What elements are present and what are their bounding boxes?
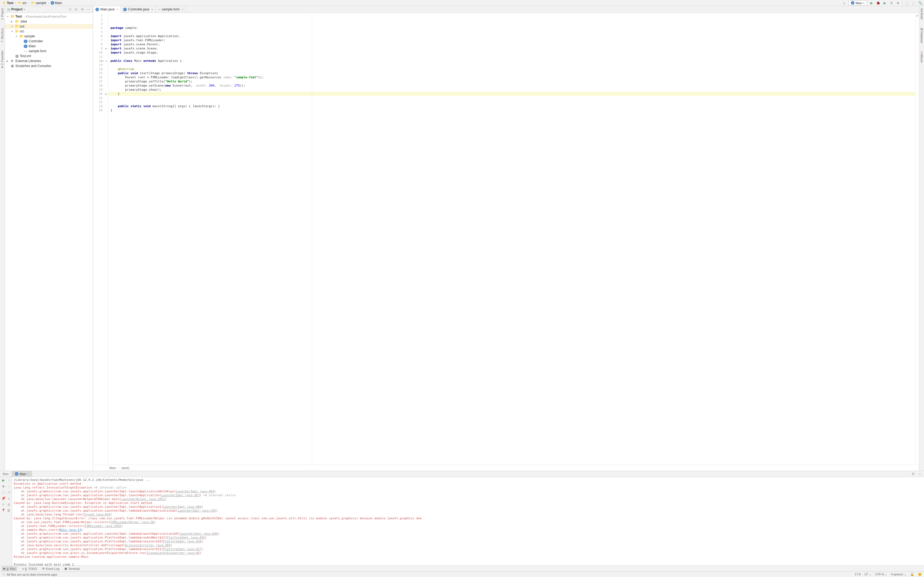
tree-arrow-icon[interactable]: ▼ (6, 15, 9, 18)
breadcrumb-item[interactable]: 📁src (17, 1, 27, 5)
line-number[interactable]: 20▶ (93, 92, 108, 96)
editor-tab[interactable]: CController.java× (121, 6, 156, 13)
tree-item[interactable]: ▼📁Test~/Downloads/JavaProjects/Test (5, 14, 93, 19)
bottom-tool-eventlog[interactable]: ◔Event Log (42, 567, 60, 571)
up-trace-icon[interactable]: ↑ (6, 477, 11, 483)
code-line[interactable]: public void start(Stage primaryStage) th… (111, 71, 913, 75)
run-line-icon[interactable]: ▶ (106, 47, 107, 50)
layout-icon[interactable]: ≡ (0, 502, 6, 507)
run-line-icon[interactable]: ▶ (106, 93, 107, 95)
breadcrumb-item[interactable]: 📁Test (2, 1, 14, 5)
code-line[interactable]: primaryStage.setTitle("Hello World"); (111, 79, 913, 84)
line-number[interactable]: 11 (93, 55, 108, 59)
line-number[interactable]: 7 (93, 38, 108, 42)
line-number[interactable]: 12o↑ ⊘ (93, 59, 108, 63)
code-line[interactable]: import javafx.stage.Stage; (111, 50, 913, 55)
tree-item[interactable]: ▼📁sample (5, 34, 93, 39)
code-line[interactable]: public static void main(String[] args) {… (111, 104, 913, 108)
code-line[interactable]: } (111, 108, 913, 112)
sidebar-tool-structure[interactable]: 7: Structure (1, 28, 4, 42)
run-config-selector[interactable]: C Main ▾ (848, 0, 867, 5)
build-icon[interactable]: ↘ (842, 1, 846, 5)
code-line[interactable]: @Override (111, 67, 913, 71)
line-number[interactable]: 16 (93, 75, 108, 79)
file-encoding[interactable]: UTF-8 ⌄ (876, 572, 887, 576)
clear-all-icon[interactable]: 🗑 (6, 508, 11, 513)
scroll-to-end-icon[interactable]: ⤓ (6, 496, 11, 501)
code-line[interactable] (111, 30, 913, 34)
profile-icon[interactable]: ◔ (889, 1, 893, 5)
line-number[interactable]: 18 (93, 84, 108, 88)
tree-arrow-icon[interactable]: ▶ (11, 20, 14, 23)
breadcrumb-method[interactable]: start() (121, 466, 129, 469)
tree-arrow-icon[interactable]: ▶ (6, 60, 9, 62)
line-number[interactable]: 14 (93, 67, 108, 71)
code-line[interactable]: primaryStage.setScene(new Scene(root, wi… (111, 84, 913, 88)
close-icon[interactable]: × (116, 8, 118, 11)
code-line[interactable]: Parent root = FXMLLoader.load(getClass()… (111, 75, 913, 79)
tree-item[interactable]: ⊞Scratches and Consoles (5, 63, 93, 68)
tree-arrow-icon[interactable]: ▼ (11, 30, 14, 33)
search-everywhere-icon[interactable]: 🔍 (918, 1, 922, 5)
indent-setting[interactable]: 4 spaces ⌄ (891, 572, 906, 576)
override-marker-icon[interactable]: o↑ ⊘ (101, 60, 107, 62)
soft-wrap-icon[interactable]: ⏎ (6, 490, 11, 495)
dropdown-arrow-icon[interactable]: ▾ (24, 8, 25, 11)
line-number[interactable]: 9▶ (93, 47, 108, 50)
down-trace-icon[interactable]: ↓ (6, 484, 11, 489)
close-icon[interactable]: × (152, 8, 153, 11)
print-icon[interactable]: 🖨 (6, 502, 11, 507)
cursor-position[interactable]: 17:6 (855, 572, 861, 576)
code-line[interactable]: primaryStage.show(); (111, 88, 913, 92)
run-with-coverage-icon[interactable]: ▶ (882, 1, 887, 5)
tree-item[interactable]: <>sample.fxml (5, 48, 93, 53)
sidebar-tool-maven[interactable]: mMaven (920, 52, 923, 63)
line-number[interactable]: 23 (93, 104, 108, 108)
tree-item[interactable]: ▶⊪External Libraries (5, 58, 93, 63)
settings-icon[interactable]: ⚙ (80, 7, 84, 11)
line-separator[interactable]: LF ⌄ (864, 572, 871, 576)
tree-arrow-icon[interactable]: ▼ (15, 35, 18, 38)
line-number[interactable]: 10 (93, 50, 108, 55)
tree-item[interactable]: ▼📁src (5, 29, 93, 34)
tree-item[interactable]: ▶📁.idea (5, 19, 93, 24)
editor-tab[interactable]: <>sample.fxml× (155, 6, 186, 13)
tree-arrow-icon[interactable]: ▼ (11, 25, 14, 28)
code-line[interactable] (111, 116, 913, 121)
run-settings-icon[interactable]: ⚙ (911, 472, 915, 476)
line-number[interactable]: 1 (93, 13, 108, 18)
code-line[interactable]: public class Main extends Application { (111, 59, 913, 63)
editor-marker-column[interactable]: ✔ (915, 13, 919, 465)
update-project-icon[interactable]: ⬚ (905, 1, 909, 5)
console-output[interactable]: /Library/Java/JavaVirtualMachines/jdk-12… (12, 477, 924, 566)
code-line[interactable]: } (108, 92, 915, 96)
breadcrumb-item[interactable]: CMain (50, 1, 63, 5)
readonly-toggle-icon[interactable]: 🔓 (910, 572, 914, 576)
tree-item[interactable]: CController (5, 39, 93, 44)
code-line[interactable]: package sample; (111, 26, 913, 30)
stop-icon[interactable]: ■ (0, 484, 6, 489)
stop-icon[interactable]: ■ (896, 1, 900, 5)
editor-gutter[interactable]: 123456789▶101112o↑ ⊘1314151617181920▶212… (93, 13, 108, 465)
line-number[interactable]: 21 (93, 96, 108, 100)
bottom-tool-run[interactable]: ▶4: Run (2, 566, 17, 571)
commit-icon[interactable]: ⬚ (911, 1, 916, 5)
sidebar-tool-ant[interactable]: Ant Build (920, 8, 923, 19)
sidebar-tool-project[interactable]: 1: Project (1, 8, 4, 20)
pin-tab-icon[interactable]: 📍 (0, 508, 6, 513)
bottom-tool-terminal[interactable]: ▣Terminal (65, 567, 80, 571)
line-number[interactable]: 4 (93, 26, 108, 30)
code-editor[interactable]: package sample; import javafx.applicatio… (108, 13, 915, 465)
project-tree[interactable]: ▼📁Test~/Downloads/JavaProjects/Test▶📁.id… (5, 13, 93, 471)
debug-icon[interactable]: 🐞 (876, 1, 880, 5)
breadcrumb-class[interactable]: Main (110, 466, 116, 469)
restore-layout-icon[interactable]: ⬚ (0, 490, 6, 495)
code-line[interactable] (111, 100, 913, 104)
line-number[interactable]: 13 (93, 63, 108, 67)
code-line[interactable] (111, 55, 913, 59)
inspection-indicator-icon[interactable]: 😐 (918, 572, 922, 576)
line-number[interactable]: 22 (93, 100, 108, 104)
tree-item[interactable]: CMain (5, 44, 93, 48)
bottom-tool-todo[interactable]: ≡6: TODO (22, 567, 37, 571)
close-icon[interactable]: × (27, 472, 29, 475)
